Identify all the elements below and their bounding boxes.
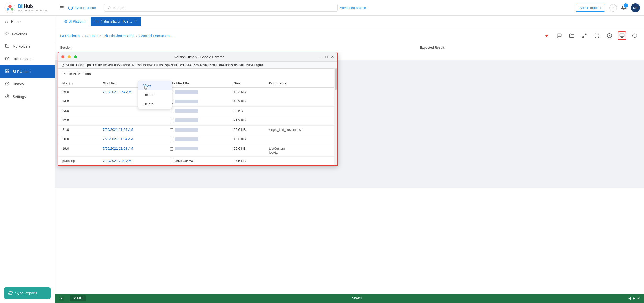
- excel-nav-arrows[interactable]: ◀ ▶: [628, 296, 635, 300]
- col-empty3: [310, 46, 420, 50]
- comment-action[interactable]: [555, 31, 563, 40]
- logo-area: BI Hub YOUR BI SEARCH ENGINE: [4, 2, 57, 14]
- tab-biplatform[interactable]: BI Platform: [59, 17, 90, 26]
- context-menu-delete[interactable]: Delete: [138, 99, 172, 109]
- header-actions: Admin mode › ? 2 NR: [576, 3, 640, 12]
- svg-rect-31: [62, 65, 64, 67]
- excel-bottom-bar: X Sheet1 Sheet1 ◀ ▶ ⤢: [55, 294, 644, 303]
- logo-text: BI Hub YOUR BI SEARCH ENGINE: [18, 4, 48, 12]
- table-row: 19.0 7/29/2021 11:03 AM 26.6 KB testCust…: [58, 144, 337, 157]
- refresh-action[interactable]: [630, 31, 639, 40]
- sidebar: ⌂ Home ♡ Favorites My Folders Hub Folder…: [0, 16, 55, 303]
- svg-rect-15: [64, 20, 65, 21]
- row-checkbox[interactable]: [170, 159, 173, 162]
- search-input[interactable]: [113, 6, 334, 10]
- tab-installation[interactable]: (T)Installation TCs.... ✕: [91, 17, 141, 26]
- scrollbar-track[interactable]: [334, 69, 337, 165]
- breadcrumb-biplatform[interactable]: BI Platform: [60, 34, 80, 38]
- svg-line-7: [110, 8, 111, 9]
- col-empty1: [92, 46, 201, 50]
- monitor-action[interactable]: [618, 31, 626, 40]
- notification-badge: 2: [624, 3, 628, 8]
- version-link[interactable]: 7/29/2021 11:04 AM: [103, 128, 133, 132]
- folder-action[interactable]: [568, 31, 576, 40]
- browser-close-button[interactable]: [61, 55, 64, 58]
- help-button[interactable]: ?: [609, 4, 617, 12]
- info-action[interactable]: [605, 31, 614, 40]
- version-link[interactable]: 7/29/2021 11:03 AM: [103, 147, 133, 150]
- win-minimize-button[interactable]: ─: [319, 55, 322, 59]
- notifications-button[interactable]: 2: [621, 4, 627, 11]
- browser-url-text[interactable]: visualbis.sharepoint.com/sites/BiHubShar…: [66, 63, 334, 67]
- col-modified-by[interactable]: Modified By: [166, 79, 230, 88]
- admin-mode-button[interactable]: Admin mode ›: [576, 4, 605, 12]
- main-content: BI Platform (T)Installation TCs.... ✕ BI…: [55, 16, 644, 303]
- row-checkbox[interactable]: [170, 147, 173, 151]
- next-sheet-button[interactable]: ▶: [633, 296, 635, 300]
- sidebar-item-myfolders[interactable]: My Folders: [0, 40, 55, 53]
- svg-rect-17: [64, 22, 65, 23]
- version-link[interactable]: 7/29/2021 11:04 AM: [103, 137, 133, 141]
- context-menu-view[interactable]: View: [138, 81, 172, 90]
- col-comments[interactable]: Comments: [265, 79, 337, 88]
- expand-sheet-button[interactable]: ⤢: [637, 296, 640, 300]
- win-close-button[interactable]: ✕: [331, 55, 334, 59]
- tab-close-button[interactable]: ✕: [134, 20, 137, 23]
- table-header-row: No. ↓ Modified Modified By Size Comments: [58, 79, 337, 88]
- tab-bar: BI Platform (T)Installation TCs.... ✕: [55, 16, 644, 28]
- row-checkbox[interactable]: [170, 110, 173, 113]
- context-menu: View Restore Delete: [138, 81, 172, 109]
- delete-all-versions[interactable]: Delete All Versions: [58, 69, 337, 79]
- sync-icon: [8, 291, 13, 295]
- scrollbar-thumb[interactable]: [335, 69, 337, 90]
- expand-action[interactable]: [580, 31, 589, 40]
- breadcrumb-shareddoc[interactable]: Shared Documen...: [139, 34, 173, 38]
- folder-icon: [5, 44, 9, 49]
- advanced-search-link[interactable]: Advanced search: [340, 6, 366, 10]
- svg-rect-10: [8, 69, 9, 71]
- sidebar-item-favorites[interactable]: ♡ Favorites: [0, 28, 55, 40]
- table-row: 23.0 20 KB: [58, 107, 337, 116]
- svg-rect-12: [8, 71, 9, 73]
- favorite-action[interactable]: ♥: [542, 31, 551, 40]
- browser-minimize-button[interactable]: [68, 55, 71, 58]
- browser-maximize-button[interactable]: [74, 55, 77, 58]
- col-no[interactable]: No. ↓: [58, 79, 98, 88]
- sidebar-item-history[interactable]: History: [0, 78, 55, 90]
- version-link[interactable]: 7/30/2021 1:54 AM: [103, 90, 131, 94]
- browser-content: Delete All Versions No. ↓ Modified Modif…: [58, 69, 337, 165]
- row-checkbox[interactable]: [170, 119, 173, 122]
- history-icon: [5, 82, 9, 87]
- win-restore-button[interactable]: □: [326, 55, 328, 59]
- hamburger-button[interactable]: ☰: [60, 5, 64, 11]
- fullscreen-action[interactable]: [593, 31, 601, 40]
- col-size[interactable]: Size: [229, 79, 265, 88]
- excel-tab-icon: [95, 20, 98, 23]
- search-icon: [108, 6, 111, 10]
- search-box: [104, 4, 338, 12]
- sidebar-item-settings[interactable]: Settings: [0, 90, 55, 103]
- table-row: 20.0 7/29/2021 11:04 AM 19.3 KB: [58, 135, 337, 144]
- version-link[interactable]: 7/29/2021 7:03 AM: [103, 159, 131, 163]
- sidebar-bottom: Sync Reports: [0, 283, 55, 303]
- sidebar-item-home[interactable]: ⌂ Home: [0, 16, 55, 28]
- row-checkbox[interactable]: [170, 128, 173, 132]
- row-checkbox[interactable]: [170, 138, 173, 141]
- context-menu-restore[interactable]: Restore: [138, 90, 172, 99]
- excel-sheet-tab[interactable]: Sheet1: [70, 295, 86, 301]
- table-row: javascript;; 7/29/2021 7:03 AM vbiviewde…: [58, 157, 337, 165]
- heart-icon: ♥: [545, 33, 548, 39]
- breadcrumb-bar: BI Platform › SP-INT › BiHubSharePoint ›…: [55, 28, 644, 44]
- sync-reports-button[interactable]: Sync Reports: [4, 287, 51, 299]
- sidebar-item-hubfolders[interactable]: Hub Folders: [0, 53, 55, 65]
- biplatform-icon: [5, 69, 9, 74]
- monitor-icon: [619, 33, 625, 38]
- user-avatar[interactable]: NR: [631, 3, 640, 12]
- excel-sheet-name: Sheet1: [86, 296, 628, 300]
- sidebar-item-biplatform[interactable]: BI Platform: [0, 65, 55, 78]
- breadcrumb-spint[interactable]: SP-INT: [85, 34, 98, 38]
- breadcrumb-bihubsharepoint[interactable]: BiHubSharePoint: [103, 34, 134, 38]
- svg-rect-18: [65, 22, 66, 23]
- prev-sheet-button[interactable]: ◀: [628, 296, 631, 300]
- biplatform-tab-icon: [63, 20, 67, 23]
